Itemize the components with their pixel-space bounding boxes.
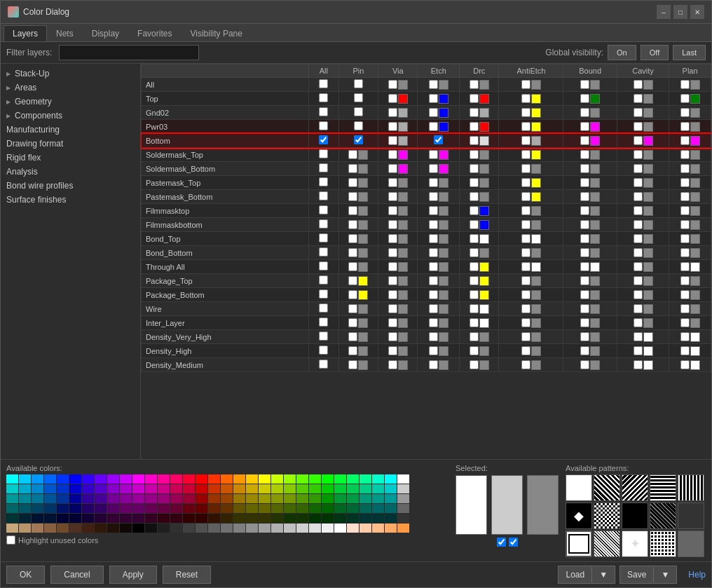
table-row[interactable]: Pastemask_Top <box>142 176 711 190</box>
color-box[interactable] <box>590 178 600 188</box>
color-box[interactable] <box>643 360 653 370</box>
color-box[interactable] <box>358 290 368 300</box>
layer-visibility-checkbox[interactable] <box>348 318 357 327</box>
palette-color[interactable] <box>397 524 409 533</box>
layer-visibility-checkbox[interactable] <box>580 304 589 313</box>
layer-visibility-checkbox[interactable] <box>680 262 690 271</box>
color-box[interactable] <box>643 178 653 188</box>
layer-checkbox[interactable] <box>319 247 328 257</box>
color-box[interactable] <box>590 360 600 370</box>
layer-cell[interactable] <box>563 190 617 204</box>
layer-visibility-checkbox[interactable] <box>521 290 530 299</box>
tab-favorites[interactable]: Favorites <box>128 25 181 41</box>
layer-visibility-checkbox[interactable] <box>429 80 438 89</box>
palette-color[interactable] <box>6 524 18 533</box>
sidebar-item-components[interactable]: Components <box>1 109 140 123</box>
palette-color[interactable] <box>271 524 283 533</box>
layer-cell[interactable] <box>669 120 711 134</box>
layer-cell[interactable] <box>617 316 669 330</box>
load-dropdown-arrow[interactable]: ▼ <box>591 567 615 582</box>
layer-visibility-checkbox[interactable] <box>348 262 357 271</box>
layer-cell[interactable] <box>338 316 378 330</box>
palette-color[interactable] <box>296 504 308 513</box>
color-box[interactable] <box>439 80 449 90</box>
palette-color[interactable] <box>271 484 283 493</box>
color-box[interactable] <box>439 150 449 160</box>
palette-color[interactable] <box>221 494 233 503</box>
palette-color[interactable] <box>95 514 107 523</box>
layer-cell[interactable] <box>338 274 378 288</box>
palette-color[interactable] <box>183 484 195 493</box>
layer-checkbox[interactable] <box>434 135 443 144</box>
layer-cell[interactable] <box>460 162 499 176</box>
layer-cell[interactable] <box>338 246 378 260</box>
color-box[interactable] <box>590 234 600 244</box>
layer-checkbox[interactable] <box>319 346 328 355</box>
palette-color[interactable] <box>107 524 119 533</box>
palette-color[interactable] <box>196 494 207 503</box>
minimize-button[interactable]: – <box>657 5 671 19</box>
layer-cell[interactable] <box>338 330 378 344</box>
palette-color[interactable] <box>259 514 271 523</box>
color-box[interactable] <box>358 360 368 370</box>
layer-cell[interactable] <box>563 218 617 232</box>
color-box[interactable] <box>479 150 489 160</box>
layer-cell[interactable] <box>378 316 418 330</box>
layer-cell[interactable] <box>460 148 499 162</box>
layer-visibility-checkbox[interactable] <box>470 94 479 103</box>
layer-cell[interactable] <box>563 162 617 176</box>
color-box[interactable] <box>531 332 541 342</box>
layer-cell[interactable] <box>418 246 460 260</box>
palette-color[interactable] <box>196 524 207 533</box>
layer-visibility-checkbox[interactable] <box>680 80 690 89</box>
layer-cell[interactable] <box>338 190 378 204</box>
layer-cell[interactable] <box>617 288 669 302</box>
color-box[interactable] <box>358 332 368 342</box>
layer-visibility-checkbox[interactable] <box>580 80 589 89</box>
palette-color[interactable] <box>158 474 170 484</box>
layer-cell[interactable] <box>378 232 418 246</box>
palette-color[interactable] <box>372 494 384 503</box>
layer-cell[interactable] <box>499 78 563 92</box>
layer-checkbox[interactable] <box>319 289 328 299</box>
color-box[interactable] <box>643 332 653 342</box>
pattern-cross-hatch[interactable] <box>594 531 620 557</box>
layer-cell[interactable] <box>499 246 563 260</box>
layer-visibility-checkbox[interactable] <box>429 234 438 243</box>
palette-color[interactable] <box>44 504 56 513</box>
layer-visibility-checkbox[interactable] <box>470 150 479 159</box>
layer-cell[interactable] <box>669 78 711 92</box>
color-box[interactable] <box>531 290 541 300</box>
palette-color[interactable] <box>158 504 170 513</box>
layer-visibility-checkbox[interactable] <box>348 360 357 369</box>
palette-color[interactable] <box>95 504 107 513</box>
layer-visibility-checkbox[interactable] <box>388 122 397 131</box>
layer-cell[interactable] <box>338 358 378 372</box>
layer-cell[interactable] <box>617 358 669 372</box>
color-box[interactable] <box>439 276 449 286</box>
layer-cell[interactable] <box>617 302 669 316</box>
layer-visibility-checkbox[interactable] <box>521 122 530 131</box>
layer-cell[interactable] <box>378 358 418 372</box>
layer-visibility-checkbox[interactable] <box>634 206 643 215</box>
color-box[interactable] <box>398 150 408 160</box>
layer-visibility-checkbox[interactable] <box>580 220 589 229</box>
layer-cell[interactable] <box>499 260 563 274</box>
palette-color[interactable] <box>82 484 94 493</box>
pattern-outline[interactable] <box>566 531 592 557</box>
sidebar-item-drawing-format[interactable]: Drawing format <box>1 137 140 151</box>
color-box[interactable] <box>479 206 489 216</box>
palette-color[interactable] <box>6 514 18 523</box>
palette-color[interactable] <box>6 494 18 503</box>
layer-cell[interactable] <box>499 274 563 288</box>
color-box[interactable] <box>439 346 449 356</box>
color-box[interactable] <box>643 262 653 272</box>
palette-color[interactable] <box>6 474 18 484</box>
layer-cell[interactable] <box>563 176 617 190</box>
color-box[interactable] <box>358 220 368 230</box>
layer-visibility-checkbox[interactable] <box>580 150 589 159</box>
tab-nets[interactable]: Nets <box>47 25 83 41</box>
layer-visibility-checkbox[interactable] <box>680 220 690 229</box>
palette-color[interactable] <box>19 474 31 484</box>
color-box[interactable] <box>358 304 368 314</box>
